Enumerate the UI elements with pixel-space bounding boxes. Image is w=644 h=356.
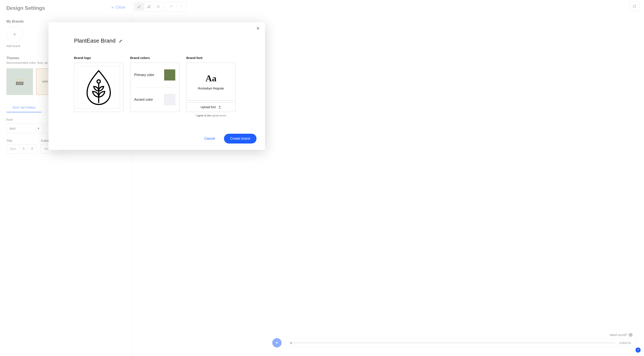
modal-actions: Cancel Create brand — [200, 134, 256, 143]
brand-name: PlantEase Brand — [74, 38, 116, 44]
cancel-button[interactable]: Cancel — [200, 134, 220, 143]
brand-logo-dropzone[interactable] — [78, 66, 120, 109]
close-icon — [256, 26, 260, 30]
create-brand-button[interactable]: Create brand — [224, 134, 256, 143]
modal-close-button[interactable] — [256, 26, 260, 31]
brand-modal: PlantEase Brand Brand logo — [48, 22, 265, 150]
upload-terms-line: I agree to the upload terms — [186, 114, 236, 117]
brand-logo-box[interactable] — [74, 63, 123, 112]
brand-colors-box: Primary color Accent color — [130, 63, 180, 112]
brand-colors-label: Brand colors — [130, 56, 180, 60]
help-button[interactable]: ? — [636, 347, 640, 352]
font-sample: Aa — [206, 73, 216, 83]
upload-font-label: Upload font — [200, 105, 216, 109]
edit-name-button[interactable] — [119, 39, 123, 43]
brand-logo-label: Brand logo — [74, 56, 123, 60]
plant-drop-icon — [85, 69, 112, 105]
upload-icon — [218, 105, 222, 109]
accent-color-swatch[interactable] — [164, 94, 176, 105]
accent-color-label: Accent color — [134, 98, 153, 102]
brand-font-box[interactable]: Aa Rockabye Regular — [186, 63, 236, 100]
brand-font-col: Brand font Aa Rockabye Regular Upload fo… — [186, 56, 236, 117]
accent-color-row[interactable]: Accent color — [130, 88, 179, 112]
brand-colors-col: Brand colors Primary color Accent color — [130, 56, 180, 117]
upload-font-button[interactable]: Upload font — [186, 102, 236, 112]
primary-color-swatch[interactable] — [164, 69, 176, 81]
upload-terms-link[interactable]: upload terms — [212, 114, 226, 117]
primary-color-label: Primary color — [134, 73, 154, 77]
brand-font-label: Brand font — [186, 56, 236, 60]
font-name: Rockabye Regular — [198, 86, 224, 90]
brand-logo-col: Brand logo — [74, 56, 123, 117]
primary-color-row[interactable]: Primary color — [130, 63, 179, 87]
svg-point-6 — [97, 80, 100, 83]
